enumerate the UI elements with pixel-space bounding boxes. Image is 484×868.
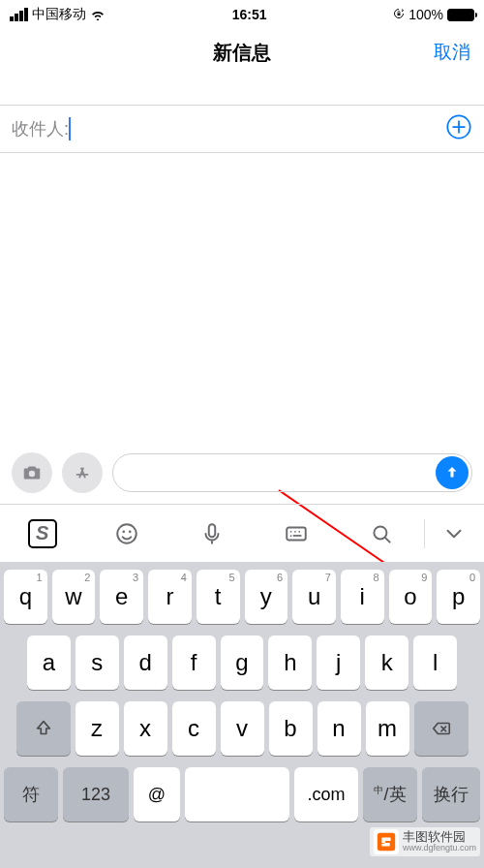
watermark: 丰图软件园 www.dgfengtu.com	[370, 827, 480, 856]
key-v[interactable]: v	[221, 701, 264, 756]
key-q[interactable]: q1	[4, 570, 47, 624]
status-time: 16:51	[232, 7, 267, 22]
key-row-2: asdfghjkl	[4, 636, 480, 690]
shift-key[interactable]	[16, 701, 71, 756]
status-right: 100%	[393, 7, 474, 22]
sogou-button[interactable]: S	[0, 519, 85, 548]
watermark-icon	[374, 829, 399, 854]
svg-rect-16	[378, 833, 395, 851]
svg-rect-9	[287, 527, 307, 540]
language-key[interactable]: 中/英	[363, 767, 417, 822]
key-x[interactable]: x	[124, 701, 167, 756]
key-n[interactable]: n	[318, 701, 361, 756]
battery-pct: 100%	[408, 7, 443, 22]
svg-point-12	[299, 530, 301, 532]
key-row-3: zxcvbnm	[4, 701, 480, 756]
status-left: 中国移动	[10, 6, 106, 23]
collapse-keyboard-button[interactable]	[425, 521, 484, 546]
page-title: 新信息	[213, 40, 271, 66]
svg-point-5	[118, 524, 137, 543]
key-e[interactable]: e3	[100, 570, 143, 624]
keyboard-switch-button[interactable]	[255, 521, 340, 546]
key-s[interactable]: s	[76, 636, 119, 690]
svg-point-4	[29, 471, 35, 477]
key-w[interactable]: w2	[52, 570, 96, 624]
voice-button[interactable]	[169, 521, 255, 546]
add-contact-button[interactable]	[445, 113, 472, 144]
key-u[interactable]: u7	[292, 570, 336, 624]
key-t[interactable]: t5	[197, 570, 240, 624]
message-input[interactable]	[112, 453, 472, 492]
key-z[interactable]: z	[76, 701, 119, 756]
send-button[interactable]	[436, 456, 469, 489]
camera-button[interactable]	[12, 452, 52, 493]
keyboard: q1w2e3r4t5y6u7i8o9p0 asdfghjkl zxcvbnm 符…	[0, 562, 484, 868]
key-d[interactable]: d	[124, 636, 167, 690]
svg-point-11	[294, 530, 296, 532]
text-cursor	[69, 117, 71, 140]
key-b[interactable]: b	[269, 701, 313, 756]
numeric-key[interactable]: 123	[63, 767, 129, 822]
signal-icon	[10, 8, 28, 21]
svg-rect-14	[293, 535, 302, 537]
svg-point-10	[290, 530, 292, 532]
keyboard-toolbar: S	[0, 504, 484, 562]
cancel-button[interactable]: 取消	[434, 40, 470, 65]
recipient-input[interactable]	[76, 119, 445, 140]
search-button[interactable]	[339, 521, 424, 546]
key-o[interactable]: o9	[389, 570, 433, 624]
key-c[interactable]: c	[172, 701, 216, 756]
svg-rect-8	[209, 524, 216, 537]
emoji-button[interactable]	[85, 521, 170, 546]
key-l[interactable]: l	[413, 636, 457, 690]
backspace-key[interactable]	[414, 701, 469, 756]
key-m[interactable]: m	[366, 701, 409, 756]
key-row-4: 符 123 @ .com 中/英 换行	[4, 767, 480, 822]
key-row-1: q1w2e3r4t5y6u7i8o9p0	[4, 570, 480, 624]
app-store-button[interactable]	[62, 452, 103, 493]
key-g[interactable]: g	[221, 636, 264, 690]
compose-bar	[0, 446, 484, 500]
svg-rect-0	[398, 14, 401, 16]
svg-point-13	[290, 535, 292, 537]
key-j[interactable]: j	[317, 636, 360, 690]
at-key[interactable]: @	[134, 767, 180, 822]
svg-point-15	[374, 526, 386, 539]
key-k[interactable]: k	[365, 636, 408, 690]
key-f[interactable]: f	[172, 636, 216, 690]
battery-icon	[447, 9, 474, 21]
key-a[interactable]: a	[27, 636, 71, 690]
watermark-text: 丰图软件园 www.dgfengtu.com	[403, 830, 476, 853]
dotcom-key[interactable]: .com	[294, 767, 358, 822]
nav-bar: 新信息 取消	[0, 29, 484, 76]
recipient-label: 收件人:	[12, 117, 69, 140]
space-key[interactable]	[185, 767, 289, 822]
key-r[interactable]: r4	[148, 570, 192, 624]
svg-point-6	[123, 530, 126, 533]
orientation-lock-icon	[393, 7, 405, 22]
symbol-key[interactable]: 符	[4, 767, 58, 822]
recipient-row: 收件人:	[0, 105, 484, 153]
key-h[interactable]: h	[268, 636, 312, 690]
wifi-icon	[90, 9, 106, 20]
key-y[interactable]: y6	[245, 570, 288, 624]
key-p[interactable]: p0	[437, 570, 480, 624]
carrier-label: 中国移动	[32, 6, 86, 23]
svg-point-7	[129, 530, 132, 533]
status-bar: 中国移动 16:51 100%	[0, 0, 484, 29]
key-i[interactable]: i8	[341, 570, 384, 624]
return-key[interactable]: 换行	[422, 767, 480, 822]
